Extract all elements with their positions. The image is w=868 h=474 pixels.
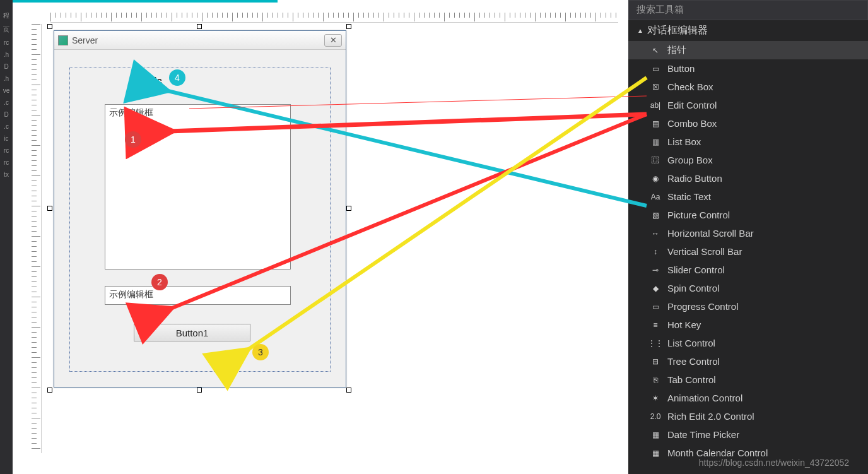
toolbox-item-combo-box[interactable]: ▤Combo Box — [628, 114, 868, 133]
toolbox-item-date-time-picker[interactable]: ▦Date Time Picker — [628, 425, 868, 444]
toolbox-item-icon: ⎘ — [650, 375, 661, 385]
toolbox-item-label: Edit Control — [667, 100, 862, 110]
toolbox-item-icon: Aa — [650, 192, 661, 202]
toolbox-item-label: Radio Button — [667, 173, 862, 184]
toolbox-item-icon: ▤ — [650, 119, 661, 129]
toolbox-item--[interactable]: ↖指针 — [628, 41, 868, 59]
close-icon: ✕ — [330, 35, 337, 45]
toolbox-item-label: Hot Key — [667, 319, 862, 330]
toolbox-item-group-box[interactable]: ⿴Group Box — [628, 151, 868, 169]
toolbox-section-header[interactable]: ▲ 对话框编辑器 — [628, 20, 868, 41]
toolbox-item-icon: ◆ — [650, 283, 661, 293]
toolbox-item-list-box[interactable]: ▥List Box — [628, 133, 868, 151]
toolbox-item-label: Button — [667, 63, 862, 74]
dialog-body[interactable]: Static 示例编辑框 示例编辑框 Button1 — [58, 54, 342, 383]
toolbox-item-vertical-scroll-bar[interactable]: ↕Vertical Scroll Bar — [628, 242, 868, 261]
toolbox-item-icon: ▭ — [650, 302, 661, 312]
dialog-window-outer[interactable]: Server ✕ Static 示例编辑框 示例编辑框 Button1 — [54, 30, 346, 388]
toolbox-item-label: Combo Box — [667, 118, 862, 129]
selection-handle-ne[interactable] — [346, 24, 351, 29]
toolbox-item-radio-button[interactable]: ◉Radio Button — [628, 169, 868, 187]
selection-handle-sw[interactable] — [47, 388, 52, 393]
toolbox-item-icon: ↔ — [650, 228, 661, 239]
toolbox-item-label: Horizontal Scroll Bar — [667, 228, 862, 239]
toolbox-item-label: Rich Edit 2.0 Control — [667, 411, 862, 422]
toolbox-item-label: Date Time Picker — [667, 429, 862, 440]
toolbox-item-tree-control[interactable]: ⊟Tree Control — [628, 352, 868, 370]
toolbox-item-label: Spin Control — [667, 283, 862, 293]
selection-handle-nw[interactable] — [47, 24, 52, 29]
dialog-titlebar[interactable]: Server ✕ — [54, 31, 346, 50]
toolbox-item-icon: ↕ — [650, 247, 661, 257]
horizontal-ruler — [50, 13, 618, 23]
toolbox-item-static-text[interactable]: AaStatic Text — [628, 187, 868, 206]
toolbox-item-label: List Box — [667, 136, 862, 147]
toolbox-item-edit-control[interactable]: ab|Edit Control — [628, 96, 868, 114]
annotation-badge-3: 3 — [252, 344, 269, 360]
dialog-window[interactable]: Server ✕ Static 示例编辑框 示例编辑框 Button1 — [54, 30, 346, 388]
toolbox-item-icon: 2.0 — [650, 412, 661, 422]
toolbox-item-label: Progress Control — [667, 301, 862, 312]
toolbox-item-icon: ⊸ — [650, 265, 661, 275]
toolbox-item-icon: ⊟ — [650, 357, 661, 367]
toolbox-item-icon: ↖ — [650, 45, 661, 56]
toolbox-item-icon: ☒ — [650, 82, 661, 92]
annotation-badge-1: 1 — [125, 131, 141, 148]
app-icon — [58, 35, 68, 45]
toolbox-item-slider-control[interactable]: ⊸Slider Control — [628, 261, 868, 279]
toolbox-item-list-control[interactable]: ⋮⋮List Control — [628, 334, 868, 352]
toolbox-item-progress-control[interactable]: ▭Progress Control — [628, 297, 868, 316]
active-tab-indicator — [13, 0, 278, 3]
selection-handle-se[interactable] — [346, 388, 351, 393]
toolbox-item-label: Group Box — [667, 155, 862, 165]
selection-handle-n[interactable] — [197, 24, 202, 29]
collapse-triangle-icon: ▲ — [637, 27, 643, 34]
toolbox-item-check-box[interactable]: ☒Check Box — [628, 78, 868, 96]
selection-handle-s[interactable] — [197, 388, 202, 393]
watermark: https://blog.csdn.net/weixin_43722052 — [699, 458, 849, 468]
edit-control-small[interactable]: 示例编辑框 — [105, 286, 291, 305]
selection-handle-w[interactable] — [47, 206, 52, 211]
toolbox-item-label: Slider Control — [667, 264, 862, 275]
toolbox-item-rich-edit-2-0-control[interactable]: 2.0Rich Edit 2.0 Control — [628, 407, 868, 425]
vertical-ruler — [32, 24, 42, 453]
toolbox-item-icon: ▥ — [650, 137, 661, 147]
toolbox-search-input[interactable]: 搜索工具箱 — [628, 0, 868, 20]
annotation-badge-4: 4 — [169, 69, 185, 86]
toolbox-item-icon: ▧ — [650, 210, 661, 220]
toolbox-item-icon: ≡ — [650, 320, 661, 330]
toolbox-item-icon: ▦ — [650, 430, 661, 440]
toolbox-item-icon: ▭ — [650, 64, 661, 74]
dialog-editor-canvas[interactable]: Server ✕ Static 示例编辑框 示例编辑框 Button1 — [13, 0, 628, 474]
toolbox-item-spin-control[interactable]: ◆Spin Control — [628, 279, 868, 297]
toolbox-item-label: Tree Control — [667, 356, 862, 367]
toolbox-item-label: Static Text — [667, 191, 862, 202]
toolbox-item-icon: ab| — [650, 100, 661, 110]
toolbox-item-animation-control[interactable]: ✶Animation Control — [628, 389, 868, 407]
toolbox-item-icon: ▦ — [650, 448, 661, 458]
toolbox-item-label: List Control — [667, 338, 862, 348]
toolbox-item-label: Month Calendar Control — [667, 447, 862, 458]
toolbox-section-title: 对话框编辑器 — [647, 24, 708, 37]
toolbox-item-label: Picture Control — [667, 210, 862, 220]
close-button[interactable]: ✕ — [324, 34, 342, 47]
button1-control[interactable]: Button1 — [134, 324, 250, 341]
edit-control-large[interactable]: 示例编辑框 — [105, 104, 291, 270]
toolbox-item-label: 指针 — [667, 44, 862, 56]
toolbox-item-hot-key[interactable]: ≡Hot Key — [628, 316, 868, 334]
static-text-control[interactable]: Static — [136, 75, 162, 86]
toolbox-item-tab-control[interactable]: ⎘Tab Control — [628, 370, 868, 389]
toolbox-item-label: Vertical Scroll Bar — [667, 246, 862, 257]
solution-explorer-strip: 程页rc .hD.h ve.cD .cicrc rctx — [0, 0, 13, 474]
toolbox-item-icon: ✶ — [650, 393, 661, 403]
toolbox-item-button[interactable]: ▭Button — [628, 59, 868, 78]
dialog-title: Server — [72, 35, 320, 45]
toolbox-item-label: Check Box — [667, 81, 862, 92]
selection-handle-e[interactable] — [346, 206, 351, 211]
toolbox-item-icon: ⋮⋮ — [650, 338, 661, 348]
toolbox-item-picture-control[interactable]: ▧Picture Control — [628, 206, 868, 224]
toolbox-item-horizontal-scroll-bar[interactable]: ↔Horizontal Scroll Bar — [628, 224, 868, 242]
toolbox-item-icon: ⿴ — [650, 155, 661, 165]
toolbox-panel: 搜索工具箱 ▲ 对话框编辑器 ↖指针▭Button☒Check Boxab|Ed… — [628, 0, 868, 474]
toolbox-item-icon: ◉ — [650, 174, 661, 184]
